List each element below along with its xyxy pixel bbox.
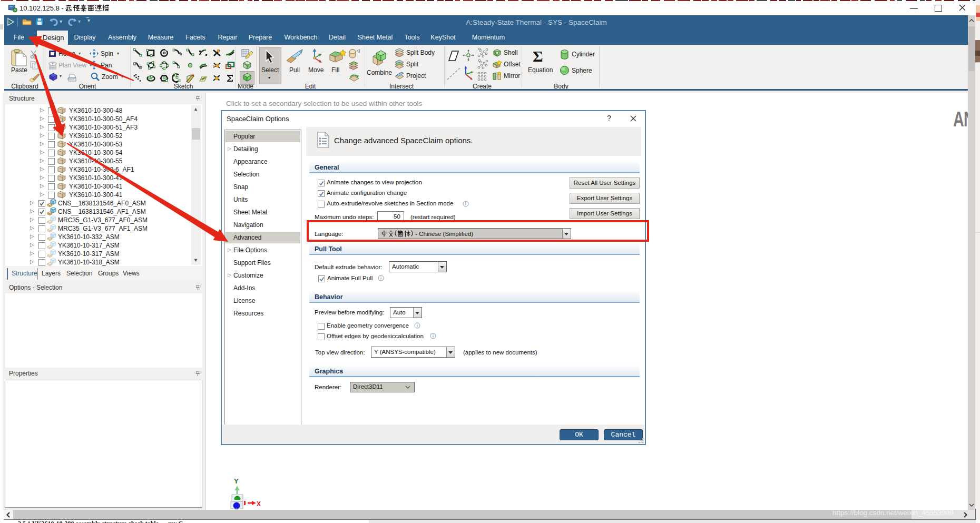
svg-text:Y: Y [234, 477, 239, 485]
svg-text:X: X [257, 500, 261, 508]
